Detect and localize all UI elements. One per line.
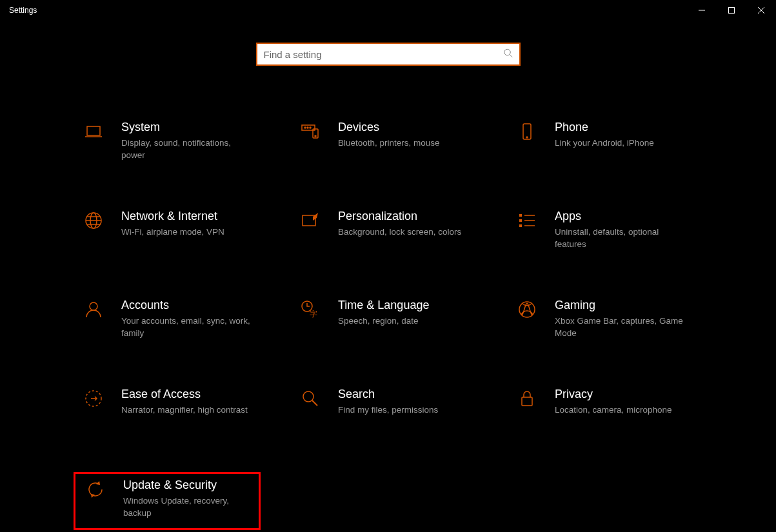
person-icon: [80, 298, 107, 320]
tile-desc: Narrator, magnifier, high contrast: [121, 404, 248, 416]
tile-title: System: [121, 120, 250, 135]
tile-title: Privacy: [555, 387, 672, 402]
tile-desc: Uninstall, defaults, optional features: [555, 226, 684, 250]
devices-icon: [297, 120, 324, 142]
tile-desc: Display, sound, notifications, power: [121, 137, 250, 161]
svg-point-8: [315, 135, 316, 137]
svg-point-4: [304, 127, 306, 128]
svg-point-10: [526, 137, 528, 138]
tile-desc: Bluetooth, printers, mouse: [338, 137, 440, 149]
tile-title: Phone: [555, 120, 654, 135]
apps-list-icon: [513, 209, 541, 231]
globe-icon: [80, 209, 107, 231]
search-icon: [503, 48, 513, 61]
tile-gaming[interactable]: Gaming Xbox Game Bar, captures, Game Mod…: [507, 294, 694, 352]
ease-access-icon: [80, 387, 107, 409]
svg-rect-16: [519, 224, 522, 227]
svg-rect-0: [729, 8, 735, 14]
tile-title: Personalization: [338, 209, 461, 224]
svg-point-17: [90, 302, 97, 310]
tile-system[interactable]: System Display, sound, notifications, po…: [74, 116, 261, 174]
tile-title: Update & Security: [123, 478, 252, 493]
tile-privacy[interactable]: Privacy Location, camera, microphone: [507, 383, 694, 441]
svg-rect-23: [522, 397, 532, 406]
titlebar: Settings: [0, 0, 776, 21]
close-button[interactable]: [746, 0, 776, 21]
tile-title: Search: [338, 387, 438, 402]
tile-title: Time & Language: [338, 298, 429, 313]
tile-desc: Find my files, permissions: [338, 404, 438, 416]
magnifier-icon: [297, 387, 324, 409]
svg-rect-14: [519, 214, 522, 217]
tile-desc: Wi-Fi, airplane mode, VPN: [121, 226, 224, 238]
svg-point-6: [310, 127, 311, 128]
tile-network[interactable]: Network & Internet Wi-Fi, airplane mode,…: [74, 205, 261, 263]
tile-phone[interactable]: Phone Link your Android, iPhone: [507, 116, 694, 174]
tile-apps[interactable]: Apps Uninstall, defaults, optional featu…: [507, 205, 694, 263]
laptop-icon: [80, 120, 107, 142]
tile-time-language[interactable]: 字 Time & Language Speech, region, date: [290, 294, 477, 352]
tile-desc: Xbox Game Bar, captures, Game Mode: [555, 315, 684, 339]
svg-text:字: 字: [310, 310, 317, 319]
tile-ease-of-access[interactable]: Ease of Access Narrator, magnifier, high…: [74, 383, 261, 441]
search-box[interactable]: [256, 43, 521, 66]
tile-personalization[interactable]: Personalization Background, lock screen,…: [290, 205, 477, 263]
tile-desc: Windows Update, recovery, backup: [123, 495, 252, 518]
maximize-button[interactable]: [717, 0, 746, 21]
svg-point-1: [504, 49, 510, 55]
tile-update-security[interactable]: Update & Security Windows Update, recove…: [74, 472, 261, 530]
svg-point-5: [307, 127, 308, 128]
tile-title: Ease of Access: [121, 387, 248, 402]
svg-rect-2: [87, 126, 100, 135]
tile-title: Apps: [555, 209, 684, 224]
tile-title: Devices: [338, 120, 440, 135]
time-language-icon: 字: [297, 298, 324, 320]
tile-search[interactable]: Search Find my files, permissions: [290, 383, 477, 441]
tile-desc: Speech, region, date: [338, 315, 429, 327]
update-icon: [82, 478, 109, 500]
settings-grid: System Display, sound, notifications, po…: [74, 116, 776, 530]
lock-icon: [513, 387, 541, 409]
tile-desc: Location, camera, microphone: [555, 404, 672, 416]
window-title: Settings: [9, 6, 37, 15]
tile-desc: Link your Android, iPhone: [555, 137, 654, 149]
svg-rect-15: [519, 219, 522, 222]
svg-point-22: [303, 391, 313, 402]
search-input[interactable]: [257, 44, 519, 64]
paintbrush-icon: [297, 209, 324, 231]
tile-desc: Background, lock screen, colors: [338, 226, 461, 238]
minimize-button[interactable]: [687, 0, 717, 21]
tile-title: Accounts: [121, 298, 250, 313]
tile-title: Gaming: [555, 298, 684, 313]
tile-title: Network & Internet: [121, 209, 224, 224]
tile-accounts[interactable]: Accounts Your accounts, email, sync, wor…: [74, 294, 261, 352]
window-controls: [687, 0, 776, 21]
tile-devices[interactable]: Devices Bluetooth, printers, mouse: [290, 116, 477, 174]
tile-desc: Your accounts, email, sync, work, family: [121, 315, 250, 339]
phone-icon: [513, 120, 541, 142]
xbox-icon: [513, 298, 541, 320]
